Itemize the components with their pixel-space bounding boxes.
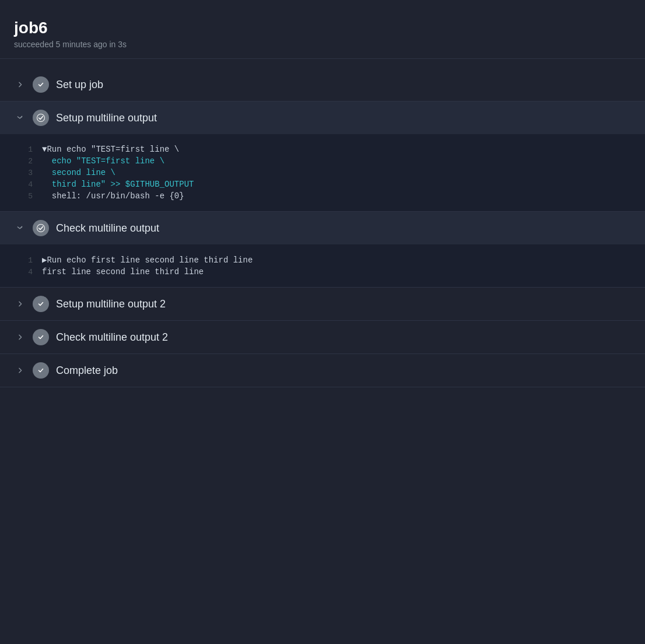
- chevron-icon-complete-job: [14, 365, 26, 376]
- chevron-icon-setup-job: [14, 79, 26, 90]
- code-block-setup-multiline-output: 1 ▼Run echo "TEST=first line \ 2 echo "T…: [0, 134, 645, 212]
- code-block-check-multiline-output: 1 ▶Run echo first line second line third…: [0, 244, 645, 288]
- step-label-setup-job: Set up job: [56, 79, 103, 91]
- code-line: 1 ▶Run echo first line second line third…: [0, 254, 645, 266]
- chevron-icon-setup-multiline-output-2: [14, 298, 26, 310]
- code-line: 4 first line second line third line: [0, 266, 645, 278]
- status-icon-setup-job: [33, 76, 49, 93]
- line-num: 3: [14, 169, 33, 177]
- status-icon-complete-job: [33, 362, 49, 379]
- step-label-check-multiline-output: Check multiline output: [56, 222, 159, 235]
- job-status: succeeded 5 minutes ago in 3s: [14, 40, 631, 49]
- line-content: first line second line third line: [42, 267, 204, 276]
- step-row-complete-job[interactable]: Complete job: [0, 354, 645, 387]
- chevron-icon-check-multiline-output-2: [14, 331, 26, 343]
- code-line: 3 second line \: [0, 167, 645, 178]
- line-content: third line" >> $GITHUB_OUTPUT: [42, 180, 194, 189]
- line-num: 4: [14, 180, 33, 189]
- step-label-setup-multiline-output-2: Setup multiline output 2: [56, 298, 166, 310]
- job-header: job6 succeeded 5 minutes ago in 3s: [0, 14, 645, 59]
- line-num: 1: [14, 145, 33, 154]
- code-line: 1 ▼Run echo "TEST=first line \: [0, 144, 645, 155]
- svg-point-6: [37, 333, 45, 341]
- chevron-icon-check-multiline-output: [14, 222, 26, 234]
- svg-point-5: [37, 300, 45, 308]
- line-content: ▼Run echo "TEST=first line \: [42, 145, 179, 154]
- line-content: shell: /usr/bin/bash -e {0}: [42, 191, 184, 201]
- line-num: 1: [14, 256, 33, 265]
- step-label-complete-job: Complete job: [56, 365, 118, 377]
- line-content: echo "TEST=first line \: [42, 156, 164, 166]
- svg-point-7: [37, 366, 45, 374]
- line-content: second line \: [42, 168, 115, 177]
- step-row-setup-multiline-output-2[interactable]: Setup multiline output 2: [0, 288, 645, 321]
- step-row-setup-job[interactable]: Set up job: [0, 68, 645, 102]
- step-label-check-multiline-output-2: Check multiline output 2: [56, 331, 168, 344]
- svg-point-0: [37, 80, 45, 89]
- status-icon-check-multiline-output: [33, 220, 49, 236]
- step-row-check-multiline-output-2[interactable]: Check multiline output 2: [0, 321, 645, 354]
- step-row-check-multiline-output[interactable]: Check multiline output: [0, 212, 645, 244]
- job-title: job6: [14, 19, 631, 37]
- line-num: 4: [14, 268, 33, 276]
- step-label-setup-multiline-output: Setup multiline output: [56, 112, 157, 124]
- status-icon-check-multiline-output-2: [33, 329, 49, 345]
- code-line: 4 third line" >> $GITHUB_OUTPUT: [0, 178, 645, 190]
- code-line: 2 echo "TEST=first line \: [0, 155, 645, 167]
- line-num: 2: [14, 157, 33, 166]
- line-num: 5: [14, 192, 33, 201]
- status-icon-setup-multiline-output: [33, 110, 49, 126]
- chevron-icon-setup-multiline-output: [14, 112, 26, 124]
- code-line: 5 shell: /usr/bin/bash -e {0}: [0, 190, 645, 202]
- line-content: ▶Run echo first line second line third l…: [42, 255, 253, 265]
- steps-container: Set up job Setup multiline output 1 ▼Run…: [0, 59, 645, 397]
- step-row-setup-multiline-output[interactable]: Setup multiline output: [0, 102, 645, 134]
- status-icon-setup-multiline-output-2: [33, 296, 49, 312]
